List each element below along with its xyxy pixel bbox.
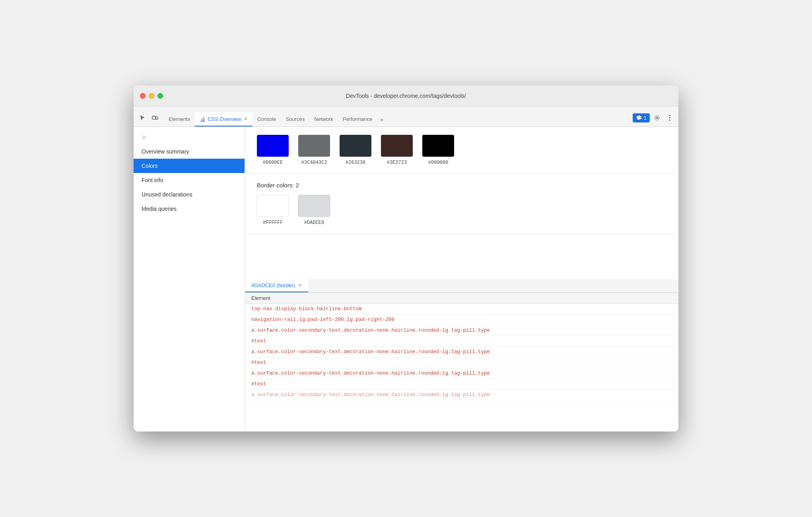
tab-performance[interactable]: Performance <box>338 112 377 126</box>
tab-network[interactable]: Network <box>309 112 338 126</box>
window-title: DevTools - developer.chrome.com/tags/dev… <box>346 93 466 99</box>
sidebar-item-font-info[interactable]: Font info <box>134 173 245 187</box>
border-swatch-row: #FFFFFF #DADCE0 <box>257 195 666 225</box>
border-swatch-1[interactable] <box>298 195 330 217</box>
svg-point-4 <box>669 117 670 119</box>
table-row[interactable]: a.surface.color-secondary-text.decoratio… <box>245 325 678 336</box>
panel-tab-dadce0[interactable]: #DADCE0 (border) ✕ <box>245 279 308 292</box>
table-row[interactable]: top-nav.display-block.hairline-bottom <box>245 304 678 315</box>
color-label-2: #263238 <box>346 160 365 165</box>
devtools-window: DevTools - developer.chrome.com/tags/dev… <box>134 86 678 431</box>
border-colors-section: Border colors: 2 #FFFFFF #DADCE0 <box>245 174 678 234</box>
color-label-1: #3C4043C2 <box>301 160 327 165</box>
traffic-lights <box>140 93 163 99</box>
more-options-icon[interactable] <box>664 112 675 123</box>
svg-point-2 <box>656 117 658 119</box>
tab-bar: Elements 🔬 CSS Overview ✕ Console Source… <box>134 106 678 127</box>
css-overview-icon: 🔬 <box>200 116 206 122</box>
sidebar-item-overview-summary[interactable]: Overview summary <box>134 144 245 159</box>
color-swatch-0[interactable] <box>257 135 289 157</box>
table-row[interactable]: navigation-rail.lg:pad-left-200.lg:pad-r… <box>245 315 678 325</box>
color-label-3: #3E2723 <box>387 160 407 165</box>
border-swatch-0[interactable] <box>257 195 289 217</box>
toolbar-left <box>137 112 161 126</box>
sidebar-item-media-queries[interactable]: Media queries <box>134 202 245 216</box>
color-item-3: #3E2723 <box>381 135 413 165</box>
color-swatch-3[interactable] <box>381 135 413 157</box>
comments-badge[interactable]: 💬 1 <box>633 113 650 122</box>
svg-rect-1 <box>156 117 158 119</box>
tab-sources[interactable]: Sources <box>281 112 309 126</box>
maximize-button[interactable] <box>157 93 163 99</box>
table-row[interactable]: #text <box>245 379 678 390</box>
sidebar: ⊘ Overview summary Colors Font info Unus… <box>134 127 245 431</box>
device-toggle-icon[interactable] <box>150 112 161 123</box>
table-row[interactable]: a.surface.color-secondary-text.decoratio… <box>245 368 678 379</box>
toolbar-right: 💬 1 <box>633 112 675 126</box>
border-label-0: #FFFFFF <box>263 220 283 225</box>
color-label-4: #000000 <box>428 160 448 165</box>
svg-point-5 <box>669 120 670 121</box>
tab-elements[interactable]: Elements <box>164 112 195 126</box>
table-row[interactable]: a.surface.color-secondary-text.decoratio… <box>245 347 678 358</box>
more-tabs-button[interactable]: » <box>377 112 386 126</box>
background-colors-section: #0000EE #3C4043C2 #263238 #3E2723 <box>245 127 678 174</box>
sidebar-disabled: ⊘ <box>134 130 245 144</box>
tab-close-icon[interactable]: ✕ <box>244 116 248 122</box>
content-area: #0000EE #3C4043C2 #263238 #3E2723 <box>245 127 678 431</box>
table-header: Element <box>245 293 678 304</box>
svg-rect-0 <box>152 116 155 119</box>
cursor-icon[interactable] <box>137 112 148 123</box>
table-row[interactable]: a.surface.color-secondary-text.decoratio… <box>245 390 678 400</box>
title-bar: DevTools - developer.chrome.com/tags/dev… <box>134 86 678 106</box>
color-item-0: #0000EE <box>257 135 289 165</box>
border-colors-title: Border colors: 2 <box>257 182 666 189</box>
disabled-icon: ⊘ <box>142 134 146 140</box>
border-item-1: #DADCE0 <box>298 195 330 225</box>
tab-css-overview[interactable]: 🔬 CSS Overview ✕ <box>195 112 253 126</box>
content-scroll[interactable]: #0000EE #3C4043C2 #263238 #3E2723 <box>245 127 678 279</box>
color-swatch-row: #0000EE #3C4043C2 #263238 #3E2723 <box>257 135 666 165</box>
main-content: ⊘ Overview summary Colors Font info Unus… <box>134 127 678 431</box>
panel-tabs: #DADCE0 (border) ✕ <box>245 279 678 293</box>
color-swatch-4[interactable] <box>422 135 454 157</box>
table-row[interactable]: #text <box>245 358 678 368</box>
panel-tab-close-icon[interactable]: ✕ <box>298 283 302 288</box>
table-row[interactable]: #text <box>245 336 678 347</box>
close-button[interactable] <box>140 93 146 99</box>
sidebar-item-unused-declarations[interactable]: Unused declarations <box>134 187 245 202</box>
color-label-0: #0000EE <box>263 160 283 165</box>
bottom-panel: #DADCE0 (border) ✕ Element top-nav.displ… <box>245 279 678 431</box>
border-item-0: #FFFFFF <box>257 195 289 225</box>
tab-console[interactable]: Console <box>253 112 281 126</box>
element-table[interactable]: Element top-nav.display-block.hairline-b… <box>245 293 678 431</box>
color-item-1: #3C4043C2 <box>298 135 330 165</box>
svg-point-3 <box>669 115 670 116</box>
comment-icon: 💬 <box>636 115 642 121</box>
border-label-1: #DADCE0 <box>304 220 324 225</box>
sidebar-item-colors[interactable]: Colors <box>134 159 245 173</box>
color-item-4: #000000 <box>422 135 454 165</box>
color-swatch-1[interactable] <box>298 135 330 157</box>
minimize-button[interactable] <box>149 93 154 99</box>
settings-icon[interactable] <box>651 112 662 123</box>
color-swatch-2[interactable] <box>340 135 371 157</box>
color-item-2: #263238 <box>340 135 371 165</box>
